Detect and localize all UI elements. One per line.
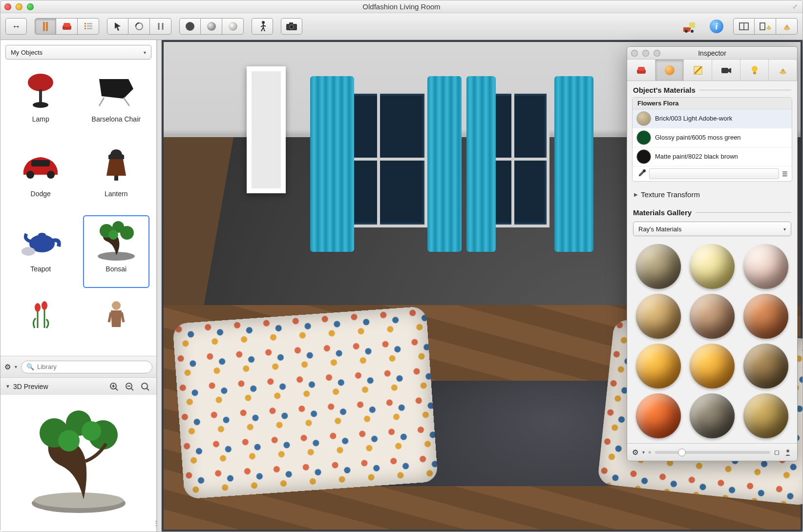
fullscreen-icon[interactable]: ⤢	[791, 3, 799, 10]
person-view-icon[interactable]	[783, 448, 792, 457]
preview-title: 3D Preview	[13, 383, 105, 390]
object-item-chair[interactable]: Barselona Chair	[83, 65, 150, 138]
orbit-tool-button[interactable]	[128, 18, 150, 35]
gear-icon[interactable]: ⚙	[632, 448, 638, 457]
view-split-button[interactable]	[755, 18, 776, 35]
zoom-in-button[interactable]	[107, 381, 120, 392]
view-group	[733, 18, 798, 35]
walk-mode-button[interactable]	[252, 18, 273, 35]
thumbnail-size-slider[interactable]	[655, 451, 770, 454]
tab-lighting[interactable]	[740, 60, 769, 81]
material-sphere[interactable]	[690, 393, 735, 438]
material-row[interactable]: Brick/003 Light Adobe-work	[633, 109, 792, 128]
view-3d-button[interactable]	[776, 18, 798, 35]
bonsai-icon	[89, 219, 143, 263]
preview-viewport[interactable]	[0, 395, 156, 532]
material-name: Matte paint/8022 black brown	[655, 153, 788, 161]
material-sphere[interactable]	[743, 244, 788, 289]
measure-tool-button[interactable]	[150, 18, 171, 35]
chevron-down-icon: ▾	[144, 50, 146, 55]
material-swatch-icon	[636, 149, 651, 164]
material-sphere[interactable]	[636, 344, 681, 389]
objects-category-dropdown[interactable]: My Objects ▾	[5, 45, 151, 60]
search-icon: 🔍	[26, 363, 34, 370]
zoom-out-button[interactable]	[123, 381, 136, 392]
material-sphere[interactable]	[743, 294, 788, 339]
material-sphere[interactable]	[743, 344, 788, 389]
material-picker-field[interactable]	[649, 168, 779, 179]
library-search[interactable]: 🔍	[21, 361, 152, 373]
inspector-footer: ⚙▾ ▫ ◻	[627, 443, 797, 461]
app-window: Oldfashion Living Room ⤢ ↔	[0, 0, 803, 532]
disclosure-triangle-icon[interactable]: ▼	[5, 384, 10, 389]
sidebar-splitter[interactable]: ⋮⋮	[157, 40, 162, 532]
svg-point-27	[33, 102, 48, 108]
eyedropper-icon[interactable]	[636, 169, 646, 179]
material-name: Brick/003 Light Adobe-work	[655, 115, 788, 123]
svg-point-57	[34, 492, 124, 508]
window-title: Oldfashion Living Room	[0, 2, 803, 11]
material-sphere[interactable]	[690, 294, 735, 339]
library-search-input[interactable]	[37, 363, 147, 370]
zoom-fit-button[interactable]	[139, 381, 151, 392]
object-label: Dodge	[31, 190, 51, 198]
materials-list: Flowers Flora Brick/003 Light Adobe-work…	[632, 97, 792, 182]
gallery-category-dropdown[interactable]: Ray's Materials ▾	[633, 222, 791, 236]
render-shaded-button[interactable]	[201, 18, 222, 35]
tab-camera[interactable]	[712, 60, 740, 81]
tab-materials[interactable]	[655, 60, 684, 81]
toolbar: ↔	[0, 13, 803, 40]
select-tool-button[interactable]	[107, 18, 128, 35]
chevron-right-icon: ▶	[634, 192, 638, 197]
inspector-panel: Inspector Object's Materials Flowers Flo…	[627, 46, 798, 461]
render-lit-button[interactable]	[222, 18, 244, 35]
seating-library-button[interactable]	[56, 18, 78, 35]
render-flat-button[interactable]	[179, 18, 201, 35]
tool-group	[107, 18, 171, 35]
tab-building[interactable]	[769, 60, 797, 81]
slider-knob[interactable]	[678, 449, 686, 456]
tab-dimensions[interactable]	[684, 60, 712, 81]
object-item-lantern[interactable]: Lantern	[83, 140, 150, 213]
object-label: Lamp	[32, 115, 49, 123]
svg-rect-7	[87, 25, 92, 27]
material-sphere[interactable]	[690, 344, 735, 389]
material-sphere[interactable]	[636, 244, 681, 289]
object-item-bonsai[interactable]: Bonsai	[83, 215, 150, 288]
gear-icon[interactable]: ⚙	[4, 363, 11, 371]
inspector-tabs	[627, 60, 797, 81]
list-library-button[interactable]	[78, 18, 99, 35]
snapshot-button[interactable]	[281, 18, 302, 35]
inspector-titlebar[interactable]: Inspector	[627, 47, 797, 60]
material-sphere[interactable]	[743, 393, 788, 438]
svg-rect-9	[87, 28, 92, 29]
svg-point-32	[47, 171, 55, 179]
object-item-tulips[interactable]	[7, 290, 74, 353]
gear-menu-chevron-icon: ▾	[15, 364, 17, 369]
material-sphere[interactable]	[690, 244, 735, 289]
nav-arrows-button[interactable]: ↔	[5, 18, 27, 35]
sidebar-tools: ⚙▾ 🔍	[0, 356, 156, 377]
info-button[interactable]: i	[708, 18, 725, 35]
svg-rect-6	[85, 25, 86, 27]
object-label: Teapot	[30, 265, 51, 273]
object-item-teapot[interactable]: Teapot	[7, 215, 74, 288]
material-sphere[interactable]	[636, 294, 681, 339]
material-name: Glossy paint/6005 moss green	[655, 134, 788, 142]
list-menu-icon[interactable]: ☰	[782, 170, 788, 178]
zoom-large-icon: ◻	[774, 449, 780, 456]
material-sphere[interactable]	[636, 393, 681, 438]
view-2d-button[interactable]	[733, 18, 755, 35]
material-row[interactable]: Matte paint/8022 black brown	[633, 147, 792, 166]
object-item-lamp[interactable]: Lamp	[7, 65, 74, 138]
import-model-button[interactable]	[681, 18, 700, 35]
material-row[interactable]: Glossy paint/6005 moss green	[633, 128, 792, 147]
svg-rect-0	[43, 22, 45, 31]
tab-object[interactable]	[627, 60, 655, 81]
object-item-dodge[interactable]: Dodge	[7, 140, 74, 213]
sidebar: My Objects ▾ Lamp Barselona Chair	[0, 40, 157, 532]
svg-point-11	[262, 21, 265, 24]
texture-transform-disclosure[interactable]: ▶ Texture Transform	[627, 185, 797, 204]
furniture-library-button[interactable]	[35, 18, 56, 35]
object-item-figure[interactable]	[83, 290, 150, 353]
